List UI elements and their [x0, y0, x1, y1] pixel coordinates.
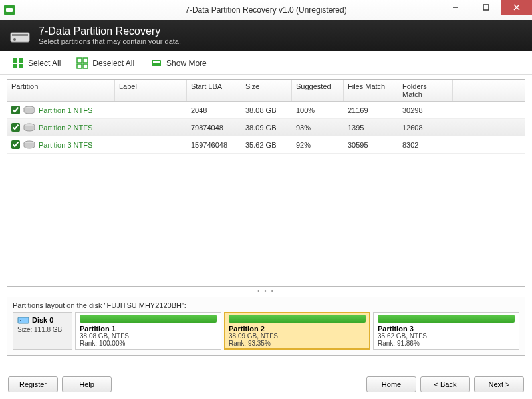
svg-rect-3	[483, 5, 489, 10]
partition-name: Partition 2 NTFS	[39, 124, 92, 132]
home-button[interactable]: Home	[366, 376, 416, 392]
partition-box-rank: Rank: 93.35%	[229, 340, 366, 347]
footer: Register Help Home < Back Next >	[0, 371, 532, 399]
cell-folders-match: 30298	[398, 106, 453, 114]
partition-box[interactable]: Partition 335.62 GB, NTFSRank: 91.86%	[373, 312, 519, 350]
svg-rect-10	[19, 58, 23, 63]
cell-suggested: 100%	[292, 106, 344, 114]
list-header: Partition Label Start LBA Size Suggested…	[7, 80, 525, 102]
col-partition[interactable]: Partition	[7, 80, 115, 101]
cell-suggested: 93%	[292, 124, 344, 132]
col-folders-match[interactable]: Folders Match	[398, 80, 453, 101]
cell-start-lba: 159746048	[187, 141, 241, 149]
partition-bar	[378, 315, 515, 323]
drive-icon	[23, 106, 36, 115]
resize-grip[interactable]: • • •	[0, 287, 532, 295]
select-all-label: Select All	[28, 59, 61, 68]
partition-name: Partition 3 NTFS	[39, 141, 92, 149]
svg-rect-12	[19, 64, 23, 68]
svg-rect-15	[77, 64, 82, 68]
table-row[interactable]: Partition 2 NTFS7987404838.09 GB93%13951…	[7, 119, 525, 136]
col-size[interactable]: Size	[241, 80, 292, 101]
svg-rect-18	[153, 61, 160, 63]
help-button[interactable]: Help	[62, 376, 112, 392]
partition-list: Partition Label Start LBA Size Suggested…	[7, 79, 525, 287]
cell-size: 38.08 GB	[241, 106, 292, 114]
show-more-button[interactable]: Show More	[148, 56, 209, 70]
row-checkbox[interactable]	[11, 123, 20, 132]
svg-rect-9	[13, 58, 17, 63]
cell-folders-match: 8302	[398, 141, 453, 149]
partition-box[interactable]: Partition 138.08 GB, NTFSRank: 100.00%	[75, 312, 221, 350]
deselect-all-icon	[76, 57, 88, 69]
svg-rect-13	[77, 58, 82, 63]
svg-rect-0	[6, 8, 13, 12]
close-button[interactable]	[501, 0, 532, 15]
partition-layout: Partitions layout on the disk "FUJITSU M…	[7, 297, 525, 356]
app-icon	[4, 5, 15, 15]
toolbar: Select All Deselect All Show More	[0, 51, 532, 75]
partition-box[interactable]: Partition 238.09 GB, NTFSRank: 93.35%	[224, 312, 370, 350]
disk-name: Disk 0	[32, 316, 53, 324]
svg-rect-14	[83, 58, 88, 63]
partition-box-detail: 38.09 GB, NTFS	[229, 332, 366, 340]
col-label[interactable]: Label	[115, 80, 187, 101]
col-start-lba[interactable]: Start LBA	[187, 80, 241, 101]
cell-files-match: 1395	[344, 124, 398, 132]
deselect-all-label: Deselect All	[92, 59, 134, 68]
svg-rect-22	[18, 317, 29, 323]
cell-start-lba: 79874048	[187, 124, 241, 132]
svg-rect-16	[83, 64, 88, 68]
disk-size: Size: 111.8 GB	[17, 326, 68, 333]
table-row[interactable]: Partition 3 NTFS15974604835.62 GB92%3059…	[7, 136, 525, 154]
svg-point-8	[13, 38, 16, 41]
cell-suggested: 92%	[292, 141, 344, 149]
back-button[interactable]: < Back	[420, 376, 470, 392]
svg-rect-1	[7, 9, 12, 9]
show-more-icon	[150, 57, 162, 69]
cell-size: 38.09 GB	[241, 124, 292, 132]
register-button[interactable]: Register	[8, 376, 58, 392]
svg-rect-7	[12, 34, 28, 36]
header-title: 7-Data Partition Recovery	[39, 25, 181, 37]
partition-bar	[229, 315, 366, 323]
partition-box-rank: Rank: 100.00%	[80, 340, 217, 347]
select-all-icon	[12, 57, 24, 69]
layout-title: Partitions layout on the disk "FUJITSU M…	[13, 301, 519, 309]
row-checkbox[interactable]	[11, 140, 20, 149]
drive-icon	[9, 26, 31, 45]
svg-rect-11	[13, 64, 17, 68]
cell-files-match: 30595	[344, 141, 398, 149]
cell-start-lba: 2048	[187, 106, 241, 114]
partition-box-rank: Rank: 91.86%	[378, 340, 515, 347]
titlebar: 7-Data Partition Recovery v1.0 (Unregist…	[0, 0, 532, 20]
cell-size: 35.62 GB	[241, 141, 292, 149]
svg-point-23	[20, 320, 21, 321]
partition-box-name: Partition 2	[229, 325, 366, 332]
drive-icon	[23, 140, 36, 150]
col-suggested[interactable]: Suggested	[292, 80, 344, 101]
select-all-button[interactable]: Select All	[9, 56, 63, 70]
row-checkbox[interactable]	[11, 106, 20, 114]
partition-bar	[80, 315, 217, 323]
partition-box-detail: 38.08 GB, NTFS	[80, 332, 217, 340]
maximize-button[interactable]	[471, 0, 501, 15]
header: 7-Data Partition Recovery Select partiti…	[0, 20, 532, 51]
col-files-match[interactable]: Files Match	[344, 80, 398, 101]
drive-icon	[23, 123, 36, 132]
partition-box-name: Partition 3	[378, 325, 515, 332]
table-row[interactable]: Partition 1 NTFS204838.08 GB100%21169302…	[7, 102, 525, 119]
deselect-all-button[interactable]: Deselect All	[74, 56, 137, 70]
show-more-label: Show More	[166, 59, 207, 68]
partition-box-detail: 35.62 GB, NTFS	[378, 332, 515, 340]
disk-icon	[17, 315, 29, 325]
cell-files-match: 21169	[344, 106, 398, 114]
partition-box-name: Partition 1	[80, 325, 217, 332]
cell-folders-match: 12608	[398, 124, 453, 132]
header-subtitle: Select partitions that may contain your …	[39, 37, 181, 45]
partition-name: Partition 1 NTFS	[39, 106, 92, 114]
list-body[interactable]: Partition 1 NTFS204838.08 GB100%21169302…	[7, 102, 525, 286]
minimize-button[interactable]	[440, 0, 471, 15]
disk-box[interactable]: Disk 0 Size: 111.8 GB	[13, 312, 72, 350]
next-button[interactable]: Next >	[474, 376, 524, 392]
